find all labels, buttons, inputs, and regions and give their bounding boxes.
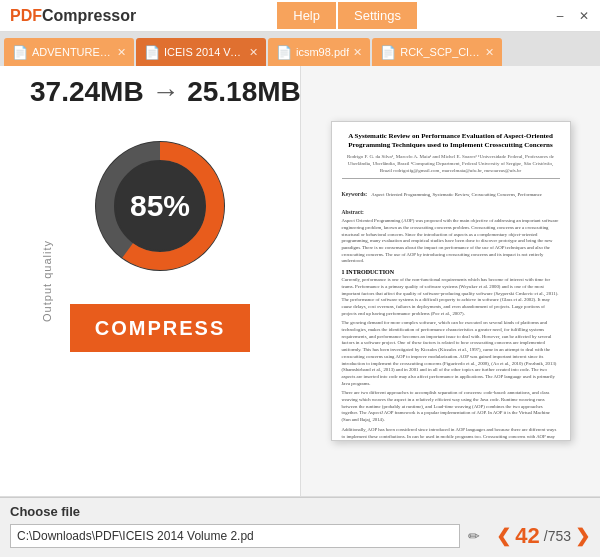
donut-chart: 85% [80, 126, 240, 286]
size-display: 37.24MB → 25.18MB [30, 76, 290, 108]
pdf-body1: Currently, performance is one of the non… [342, 277, 560, 317]
pdf-body4: Additionally, AOP has been considered si… [342, 427, 560, 441]
pdf-title: A Systematic Review on Performance Evalu… [342, 132, 560, 150]
app-logo: PDFCompressor [0, 7, 146, 25]
compress-button[interactable]: COMPRESS [70, 304, 250, 352]
next-page-arrow[interactable]: ❯ [575, 525, 590, 547]
pdf-section1: 1 INTRODUCTION [342, 269, 560, 275]
tab-tab4[interactable]: 📄RCK_SCP_Clones✕ [372, 38, 502, 66]
size-before-unit: MB [100, 76, 144, 107]
tabs-bar: 📄ADVENTURE NE✕📄ICEIS 2014 Volum✕📄icsm98.… [0, 32, 600, 66]
tab-label: ADVENTURE NE [32, 46, 113, 58]
prev-page-arrow[interactable]: ❮ [496, 525, 511, 547]
tab-close-button[interactable]: ✕ [117, 46, 126, 59]
page-current: 42 [515, 523, 539, 549]
pdf-abstract-label: Abstract: [342, 209, 364, 215]
tab-label: ICEIS 2014 Volum [164, 46, 245, 58]
window-controls: – ✕ [548, 4, 600, 28]
tab-pdf-icon: 📄 [12, 45, 28, 60]
pdf-keywords-label: Keywords: [342, 191, 368, 197]
tab-pdf-icon: 📄 [276, 45, 292, 60]
pdf-body2: The growing demand for more complex soft… [342, 320, 560, 387]
pdf-body3: There are two different approaches to ac… [342, 390, 560, 424]
page-total: /753 [544, 528, 571, 544]
pdf-keywords: Aspect Oriented Programming, Systematic … [371, 192, 542, 197]
main-content: Output quality 37.24MB → 25.18MB 85% COM… [0, 66, 600, 497]
tab-tab1[interactable]: 📄ADVENTURE NE✕ [4, 38, 134, 66]
tab-pdf-icon: 📄 [380, 45, 396, 60]
pdf-preview: A Systematic Review on Performance Evalu… [331, 121, 571, 441]
minimize-button[interactable]: – [548, 4, 572, 28]
menu-bar: Help Settings [277, 2, 417, 29]
file-path-input[interactable] [10, 524, 460, 548]
tab-pdf-icon: 📄 [144, 45, 160, 60]
tab-close-button[interactable]: ✕ [485, 46, 494, 59]
tab-label: RCK_SCP_Clones [400, 46, 481, 58]
pdf-preview-panel: A Systematic Review on Performance Evalu… [300, 66, 600, 496]
tab-tab2[interactable]: 📄ICEIS 2014 Volum✕ [136, 38, 266, 66]
tab-close-button[interactable]: ✕ [353, 46, 362, 59]
tab-label: icsm98.pdf [296, 46, 349, 58]
quality-label: Output quality [41, 240, 53, 322]
size-arrow: → [151, 76, 179, 107]
edit-icon[interactable]: ✏ [468, 528, 480, 544]
tab-tab3[interactable]: 📄icsm98.pdf✕ [268, 38, 370, 66]
tab-close-button[interactable]: ✕ [249, 46, 258, 59]
size-before: 37.24 [30, 76, 100, 107]
close-button[interactable]: ✕ [572, 4, 596, 28]
bottom-bar: Choose file ✏ ❮ 42 /753 ❯ [0, 497, 600, 557]
size-after-unit: MB [257, 76, 301, 107]
pdf-authors: Rodrigo F. G. da Silva¹, Marcelo A. Maia… [342, 153, 560, 174]
page-nav: ❮ 42 /753 ❯ [496, 523, 590, 549]
title-bar: PDFCompressor Help Settings – ✕ [0, 0, 600, 32]
help-menu[interactable]: Help [277, 2, 336, 29]
donut-label: 85% [130, 189, 190, 223]
left-panel: Output quality 37.24MB → 25.18MB 85% COM… [0, 66, 300, 496]
logo-compressor: Compressor [42, 7, 136, 24]
choose-file-label: Choose file [10, 504, 590, 519]
file-nav-row: ✏ ❮ 42 /753 ❯ [10, 523, 590, 549]
logo-pdf: PDF [10, 7, 42, 24]
size-after: 25.18 [187, 76, 257, 107]
pdf-abstract: Aspect Oriented Programming (AOP) was pr… [342, 218, 560, 265]
settings-menu[interactable]: Settings [338, 2, 417, 29]
